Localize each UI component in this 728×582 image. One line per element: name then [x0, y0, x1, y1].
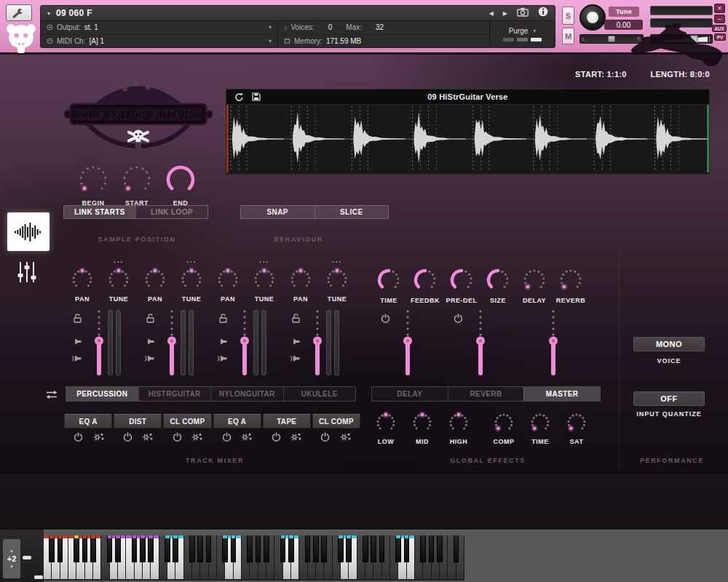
black-key[interactable] [313, 535, 319, 562]
collapse-caret-icon[interactable]: ▾ [47, 10, 50, 17]
fx-tab-delay[interactable]: DELAY [372, 387, 448, 401]
pan-slider[interactable]: L R [579, 34, 644, 44]
fx-slot-eq-a-3[interactable]: EQ A [213, 414, 261, 428]
knob-dial[interactable] [106, 267, 131, 295]
fx-slot-cl-comp-2[interactable]: CL COMP [163, 414, 211, 428]
next-instrument-icon[interactable]: ▶ [503, 10, 507, 17]
transpose-control[interactable]: ▲ +2 ▼ [3, 539, 20, 578]
black-key[interactable] [148, 535, 154, 562]
output-row[interactable]: Output: st. 1 ▾ [41, 21, 277, 35]
link-loop-button[interactable]: LINK LOOP [135, 206, 207, 218]
black-key[interactable] [74, 535, 79, 562]
black-key[interactable] [280, 535, 286, 562]
knob-dial[interactable] [492, 411, 515, 437]
power-icon[interactable] [381, 313, 390, 326]
speaker-quiet-icon[interactable] [147, 335, 155, 348]
snapshot-camera-icon[interactable] [517, 7, 529, 20]
black-key[interactable] [206, 535, 212, 562]
power-icon[interactable] [320, 431, 330, 445]
fx-tab-reverb[interactable]: REVERB [448, 387, 524, 401]
power-icon[interactable] [74, 431, 83, 445]
knob-dial[interactable] [179, 267, 204, 295]
black-key[interactable] [173, 535, 178, 562]
black-key[interactable] [132, 535, 138, 562]
knob-time[interactable]: TIME [522, 404, 558, 445]
knob-feedbk[interactable]: FEEDBK [407, 260, 443, 304]
knob-dial[interactable] [412, 267, 438, 296]
lock-open-icon[interactable] [73, 313, 82, 326]
power-icon[interactable] [173, 431, 182, 445]
knob-tune[interactable]: ···TUNE [173, 260, 210, 303]
save-sample-icon[interactable] [252, 92, 261, 101]
knob-dial[interactable] [376, 267, 402, 296]
swap-tracks-icon[interactable] [45, 389, 58, 402]
knob-dial[interactable] [143, 267, 167, 295]
black-key[interactable] [454, 535, 459, 562]
track-tab-nylonguitar[interactable]: NYLONGUITAR [210, 387, 283, 401]
black-key[interactable] [82, 535, 88, 562]
knob-dial[interactable] [448, 267, 475, 296]
black-key[interactable] [288, 535, 294, 562]
knob-pan[interactable]: PAN [210, 260, 246, 303]
power-icon[interactable] [123, 431, 132, 445]
mute-button[interactable]: M [562, 28, 574, 44]
knob-pan[interactable]: PAN [64, 260, 100, 303]
track-volume-fader[interactable] [309, 308, 326, 381]
track-tab-histrguitar[interactable]: HISTRGUITAR [138, 387, 211, 401]
knob-size[interactable]: SIZE [480, 260, 516, 304]
black-key[interactable] [371, 535, 376, 562]
knob-dial[interactable] [447, 411, 470, 437]
waveform-display[interactable] [226, 105, 709, 173]
speaker-loud-icon[interactable] [218, 353, 228, 366]
fx-slot-tape-4[interactable]: TAPE [263, 414, 311, 428]
keyboard-drag-handle[interactable] [23, 556, 31, 559]
pan-handle[interactable] [608, 36, 615, 42]
slice-button[interactable]: SLICE [314, 206, 389, 218]
fx-settings-gear-icon[interactable] [93, 431, 104, 445]
fx-settings-gear-icon[interactable] [191, 431, 202, 445]
knob-time[interactable]: TIME [371, 260, 407, 304]
black-key[interactable] [247, 535, 253, 562]
knob-pan[interactable]: PAN [282, 260, 319, 303]
input-quantize-button[interactable]: OFF [633, 391, 705, 406]
midi-dropdown-caret-icon[interactable]: ▾ [269, 38, 272, 44]
edit-wrench-button[interactable] [6, 4, 32, 21]
black-key[interactable] [165, 535, 170, 562]
midi-row[interactable]: MIDI Ch: [A] 1 ▾ [41, 35, 277, 48]
piano-keyboard[interactable] [44, 535, 464, 581]
knob-dial[interactable] [411, 411, 434, 437]
black-key[interactable] [90, 535, 96, 562]
knob-dial[interactable] [325, 267, 349, 295]
black-key[interactable] [321, 535, 327, 562]
black-key[interactable] [197, 535, 203, 562]
voice-mode-button[interactable]: MONO [633, 337, 705, 351]
keyboard-drag-handle[interactable] [34, 575, 43, 579]
lock-open-icon[interactable] [146, 313, 155, 326]
black-key[interactable] [379, 535, 385, 562]
power-icon[interactable] [222, 431, 232, 445]
knob-dial[interactable] [215, 267, 240, 295]
track-volume-fader[interactable] [90, 308, 108, 381]
mixer-view-tab[interactable] [14, 258, 40, 287]
knob-begin[interactable]: BEGIN [71, 157, 115, 207]
wave-view-tab[interactable] [7, 212, 50, 251]
knob-dial[interactable] [165, 164, 197, 199]
fx-volume-fader[interactable] [399, 308, 416, 381]
purge-button[interactable]: Purge ▾ [509, 27, 537, 35]
black-key[interactable] [429, 535, 435, 562]
transpose-down-icon[interactable]: ▼ [9, 565, 14, 569]
knob-pan[interactable]: PAN [137, 260, 173, 303]
fx-settings-gear-icon[interactable] [340, 431, 351, 445]
reload-sample-icon[interactable] [234, 92, 244, 102]
fx-slot-dist-1[interactable]: DIST [114, 414, 162, 428]
black-key[interactable] [107, 535, 113, 562]
snap-button[interactable]: SNAP [241, 206, 314, 218]
speaker-quiet-icon[interactable] [74, 335, 82, 348]
knob-dial[interactable] [374, 411, 397, 437]
knob-dial[interactable] [70, 267, 95, 295]
knob-dial[interactable] [288, 267, 313, 295]
knob-dial[interactable] [565, 411, 588, 437]
knob-dial[interactable] [77, 164, 109, 199]
track-volume-fader[interactable] [236, 308, 253, 381]
knob-start[interactable]: START [115, 157, 159, 207]
